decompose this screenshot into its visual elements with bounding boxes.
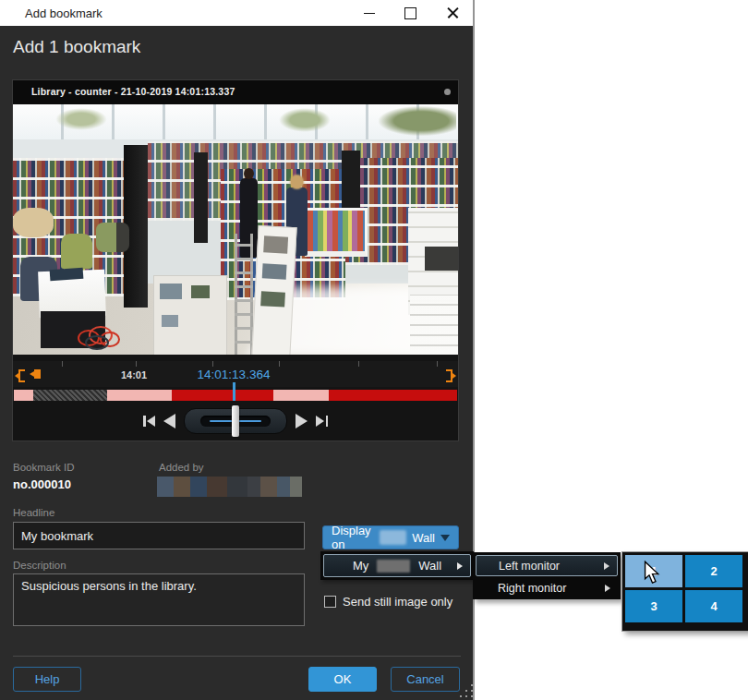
monitor-cell-2[interactable]: 2: [685, 555, 742, 587]
redaction-patch: [377, 560, 410, 573]
timeline-playhead[interactable]: [233, 382, 235, 401]
ruler-tick: [62, 361, 63, 367]
video-player: Library - counter - 21-10-2019 14:01:13.…: [12, 79, 459, 441]
timeline-bar[interactable]: [14, 390, 457, 401]
scene-chair: [61, 234, 92, 269]
ruler-tick: [212, 361, 213, 367]
playback-controls: [13, 404, 458, 439]
prev-sequence-icon: [163, 414, 175, 428]
monitor-cell-4[interactable]: 4: [685, 590, 742, 622]
scene-kiosk-screen: [50, 268, 84, 281]
timeline-segment: [273, 390, 329, 401]
camera-feed-image: [13, 104, 458, 355]
bookmark-id-label: Bookmark ID: [13, 462, 74, 473]
camera-overlay-title: Library - counter - 21-10-2019 14:01:13.…: [31, 86, 235, 97]
wall-menu-item[interactable]: My Wall: [323, 554, 471, 577]
prev-frame-button[interactable]: [142, 410, 156, 432]
dialog-heading: Add 1 bookmark: [13, 37, 140, 57]
titlebar[interactable]: Add bookmark: [0, 0, 474, 26]
timeline-segment: [14, 390, 33, 401]
scene-foliage: [279, 108, 331, 132]
left-monitor-label: Left monitor: [499, 560, 560, 573]
timeline-segment: [33, 390, 107, 401]
maximize-icon: [404, 7, 416, 19]
add-bookmark-dialog: Add bookmark Add 1 bookmark Library - co…: [0, 0, 474, 700]
screen: Add bookmark Add 1 bookmark Library - co…: [0, 0, 748, 700]
minimize-button[interactable]: [355, 0, 384, 26]
bookmark-flag-icon[interactable]: [34, 369, 41, 379]
scene-foliage: [55, 108, 107, 130]
still-image-checkbox[interactable]: [324, 596, 336, 608]
ruler-tick: [136, 361, 137, 367]
display-button-text-before: Display on: [332, 524, 374, 551]
bookmark-id-value: no.000010: [13, 477, 71, 491]
next-sequence-icon: [296, 414, 308, 428]
display-on-wall-button[interactable]: Display on Wall: [322, 525, 459, 549]
submenu-arrow-icon: [457, 562, 463, 570]
shuttle-slider[interactable]: [184, 408, 287, 434]
scene-display-rack: [305, 208, 368, 257]
selection-end-bracket-icon[interactable]: [446, 369, 452, 382]
submenu-arrow-icon: [605, 585, 610, 592]
recording-indicator-dot: [444, 89, 451, 95]
playhead-time-label: 14:01:13.364: [169, 368, 298, 381]
scene-chair: [96, 223, 129, 252]
mouse-cursor-icon: [644, 561, 660, 585]
scene-display-board: [251, 225, 296, 355]
description-textarea[interactable]: Suspicious persons in the library.: [13, 573, 305, 626]
next-sequence-button[interactable]: [296, 410, 308, 432]
ruler-tick: [279, 361, 280, 367]
chevron-down-icon: [440, 535, 450, 541]
ruler-tick: [358, 361, 359, 367]
headline-label: Headline: [13, 507, 54, 518]
hour-tick-label: 14:01: [106, 369, 162, 380]
scene-display-stand: [235, 234, 253, 355]
display-button-text-after: Wall: [412, 531, 435, 545]
added-by-redacted-value: [157, 477, 302, 497]
footer-divider: [13, 656, 461, 657]
window-title: Add bookmark: [25, 6, 103, 20]
next-frame-button[interactable]: [316, 410, 330, 432]
ruler-tick: [437, 361, 438, 367]
monitor-grid: 1 2 3 4: [622, 552, 748, 631]
next-frame-icon: [316, 416, 324, 427]
redaction-patch: [380, 530, 406, 545]
wall-item-text-after: Wall: [418, 559, 441, 573]
selection-start-bracket-icon[interactable]: [18, 369, 25, 382]
scene-shelf-end-panel: [194, 152, 208, 243]
submenu-item-right-monitor[interactable]: Right monitor: [476, 577, 618, 598]
maximize-button[interactable]: [395, 0, 425, 26]
prev-frame-icon: [143, 416, 146, 427]
wall-item-text-before: My: [353, 559, 368, 573]
wall-menu: My Wall: [320, 551, 474, 580]
resize-grip-icon[interactable]: [460, 684, 473, 699]
scene-chair: [410, 295, 458, 355]
headline-input[interactable]: [13, 522, 305, 549]
prev-sequence-button[interactable]: [163, 410, 175, 432]
ok-button[interactable]: OK: [308, 667, 377, 692]
right-monitor-label: Right monitor: [498, 582, 566, 595]
timeline-ruler[interactable]: 14:01 14:01:13.364: [13, 361, 458, 387]
timeline-segment: [172, 390, 273, 401]
minimize-icon: [364, 13, 375, 14]
cancel-button[interactable]: Cancel: [391, 667, 460, 692]
shuttle-handle[interactable]: [232, 405, 239, 437]
monitor-cell-3[interactable]: 3: [625, 590, 682, 622]
scene-table: [425, 247, 458, 271]
close-icon: [447, 7, 459, 19]
scene-display-board: [153, 275, 227, 355]
help-button[interactable]: Help: [13, 667, 81, 692]
description-label: Description: [13, 560, 66, 571]
scene-foliage: [379, 106, 456, 136]
scene-red-cable: [78, 324, 120, 348]
monitor-submenu: Left monitor Right monitor: [473, 552, 621, 599]
submenu-item-left-monitor[interactable]: Left monitor: [476, 555, 618, 576]
camera-title-bar: Library - counter - 21-10-2019 14:01:13.…: [13, 80, 458, 104]
close-button[interactable]: [438, 0, 467, 26]
still-image-checkbox-label: Send still image only: [343, 595, 452, 609]
added-by-label: Added by: [159, 462, 204, 473]
scene-table: [13, 208, 54, 237]
timeline-segment: [329, 390, 457, 401]
timeline-segment: [107, 390, 172, 401]
submenu-arrow-icon: [604, 562, 609, 570]
